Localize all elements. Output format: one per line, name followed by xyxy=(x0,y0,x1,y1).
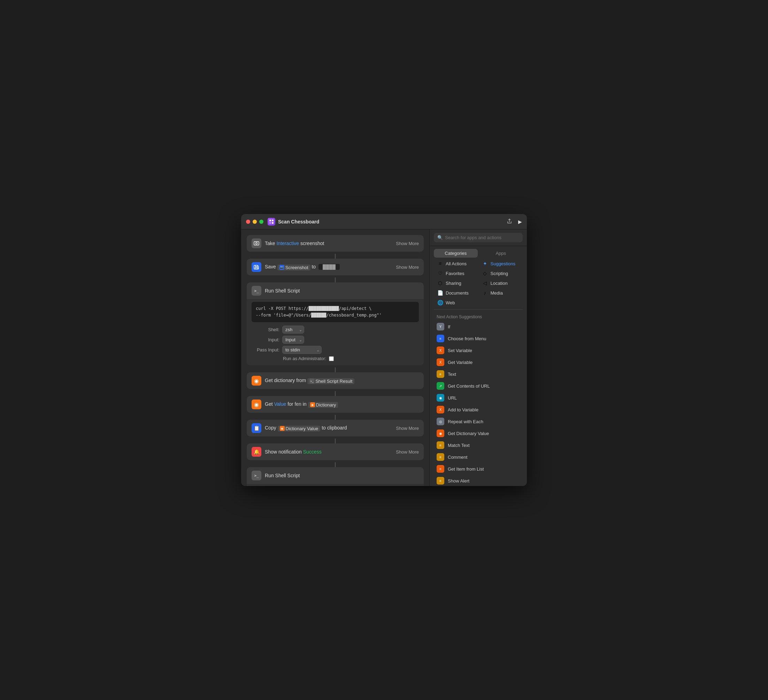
input-select-wrap[interactable]: Input xyxy=(282,336,304,344)
cat-label-doc: Documents xyxy=(446,290,469,296)
sug-icon-get-var: X xyxy=(437,358,444,366)
pass-select[interactable]: to stdin as arguments xyxy=(282,346,322,354)
cat-location[interactable]: ◁ Location xyxy=(479,279,523,288)
right-panel: 🔍 Categories Apps ≡ All Actions ✦ xyxy=(429,229,527,486)
token-dict: ◉ Dictionary xyxy=(308,402,338,408)
cat-label-loc: Location xyxy=(491,280,508,286)
action-title-notif: Show notification Success xyxy=(265,449,396,455)
shell-select[interactable]: zsh bash xyxy=(282,325,304,334)
show-more-screenshot[interactable]: Show More xyxy=(396,241,419,246)
sug-label-choose-menu: Choose from Menu xyxy=(448,336,486,341)
sug-icon-set-var: X xyxy=(437,346,444,354)
cat-label-web: Web xyxy=(446,300,455,305)
connector4 xyxy=(335,391,336,396)
sug-url[interactable]: ◉ URL xyxy=(430,392,527,404)
sug-choose-menu[interactable]: ≡ Choose from Menu xyxy=(430,333,527,344)
sug-label-get-dict-val: Get Dictionary Value xyxy=(448,431,489,436)
cat-documents[interactable]: 📄 Documents xyxy=(434,288,478,297)
search-input-wrap[interactable]: 🔍 xyxy=(434,233,523,242)
input-select[interactable]: Input xyxy=(282,336,304,344)
cat-sharing[interactable]: ⬡ Sharing xyxy=(434,279,478,288)
action-copy: 📋 Copy ◉ Dictionary Value to clipboard S… xyxy=(247,420,424,436)
sug-get-var[interactable]: X Get Variable xyxy=(430,356,527,368)
connector3 xyxy=(335,367,336,372)
traffic-lights xyxy=(246,219,264,224)
sug-get-url[interactable]: ↗ Get Contents of URL xyxy=(430,380,527,392)
sug-match-text[interactable]: ≡ Match Text xyxy=(430,439,527,451)
action-body-shell1: curl -X POST https://████████████/api/de… xyxy=(247,299,424,365)
cat-icon-fav: ♡ xyxy=(437,271,443,276)
action-title-copy: Copy ◉ Dictionary Value to clipboard xyxy=(265,425,396,432)
sug-text[interactable]: ≡ Text xyxy=(430,368,527,380)
action-icon-shell1: >_ xyxy=(251,286,261,296)
cat-icon-scr: ◇ xyxy=(482,271,488,276)
show-more-copy[interactable]: Show More xyxy=(396,426,419,431)
sug-icon-text: ≡ xyxy=(437,370,444,378)
tab-apps[interactable]: Apps xyxy=(479,249,523,258)
close-button[interactable] xyxy=(246,219,250,224)
sug-repeat[interactable]: ◎ Repeat with Each xyxy=(430,415,527,428)
action-get-dict: ◉ Get dictionary from >_ Shell Script Re… xyxy=(247,372,424,389)
action-title-shell1: Run Shell Script xyxy=(265,288,419,293)
token-dict-value: ◉ Dictionary Value xyxy=(278,426,321,432)
sug-comment[interactable]: ≡ Comment xyxy=(430,451,527,463)
action-header-notif: 🔔 Show notification Success Show More xyxy=(247,444,424,460)
play-button[interactable]: ▶ xyxy=(518,219,522,224)
sug-icon-if: Y xyxy=(437,323,444,330)
cat-web[interactable]: 🌐 Web xyxy=(434,298,478,307)
action-header-shell2: >_ Run Shell Script xyxy=(247,467,424,484)
shell-select-wrap[interactable]: zsh bash xyxy=(282,325,304,334)
cat-media[interactable]: ♪ Media xyxy=(479,288,523,297)
sug-label-url: URL xyxy=(448,395,457,400)
categories-grid: ≡ All Actions ✦ Suggestions ♡ Favorites … xyxy=(430,259,527,307)
show-more-notif[interactable]: Show More xyxy=(396,449,419,455)
connector7 xyxy=(335,462,336,467)
sug-set-var[interactable]: X Set Variable xyxy=(430,344,527,356)
sug-if[interactable]: Y If xyxy=(430,321,527,333)
code-block-shell1: curl -X POST https://████████████/api/de… xyxy=(251,302,419,322)
connector6 xyxy=(335,439,336,444)
admin-checkbox[interactable] xyxy=(329,356,334,361)
sug-label-if: If xyxy=(448,324,450,330)
action-get-value: ◉ Get Value for fen in ◉ Dictionary xyxy=(247,396,424,413)
suggestions-label: Next Action Suggestions xyxy=(430,312,527,321)
maximize-button[interactable] xyxy=(259,219,264,224)
cat-favorites[interactable]: ♡ Favorites xyxy=(434,269,478,278)
sug-label-show-alert: Show Alert xyxy=(448,478,469,484)
minimize-button[interactable] xyxy=(253,219,257,224)
token-icon-shell: >_ xyxy=(309,379,314,383)
app-icon xyxy=(267,218,275,226)
sug-label-add-var: Add to Variable xyxy=(448,407,478,412)
sug-icon-choose-menu: ≡ xyxy=(437,335,444,342)
action-icon-copy: 📋 xyxy=(251,423,261,433)
sug-label-text: Text xyxy=(448,372,456,377)
sug-label-get-url: Get Contents of URL xyxy=(448,383,490,389)
tab-categories[interactable]: Categories xyxy=(434,249,478,258)
pass-select-wrap[interactable]: to stdin as arguments xyxy=(282,346,322,354)
cat-label-sha: Sharing xyxy=(446,280,461,286)
sug-icon-repeat: ◎ xyxy=(437,418,444,425)
cat-icon-sha: ⬡ xyxy=(437,280,443,286)
sug-add-var[interactable]: X Add to Variable xyxy=(430,404,527,415)
cat-suggestions[interactable]: ✦ Suggestions xyxy=(479,259,523,268)
cat-icon-med: ♪ xyxy=(482,290,488,296)
share-button[interactable] xyxy=(506,218,513,226)
show-more-save[interactable]: Show More xyxy=(396,264,419,270)
admin-label: Run as Administrator: xyxy=(283,356,326,361)
token-screenshot: 📷 Screenshot xyxy=(277,264,310,271)
svg-point-5 xyxy=(256,243,258,244)
cat-scripting[interactable]: ◇ Scripting xyxy=(479,269,523,278)
cat-icon-all: ≡ xyxy=(437,261,443,266)
svg-rect-4 xyxy=(254,242,259,245)
sug-show-alert[interactable]: ≡ Show Alert xyxy=(430,475,527,486)
titlebar-actions: ▶ xyxy=(506,218,522,226)
sug-get-item[interactable]: ≡ Get Item from List xyxy=(430,463,527,475)
sug-label-get-item: Get Item from List xyxy=(448,466,484,472)
action-body-shell2: if [ -e /Users/██████/chessboard_temp.pn… xyxy=(247,484,424,486)
action-icon-dict: ◉ xyxy=(251,376,261,386)
sug-get-dict-val[interactable]: ◉ Get Dictionary Value xyxy=(430,428,527,439)
action-title-screenshot: Take Interactive screenshot xyxy=(265,240,396,246)
search-input[interactable] xyxy=(445,235,519,240)
action-take-screenshot: Take Interactive screenshot Show More xyxy=(247,235,424,252)
cat-all-actions[interactable]: ≡ All Actions xyxy=(434,259,478,268)
